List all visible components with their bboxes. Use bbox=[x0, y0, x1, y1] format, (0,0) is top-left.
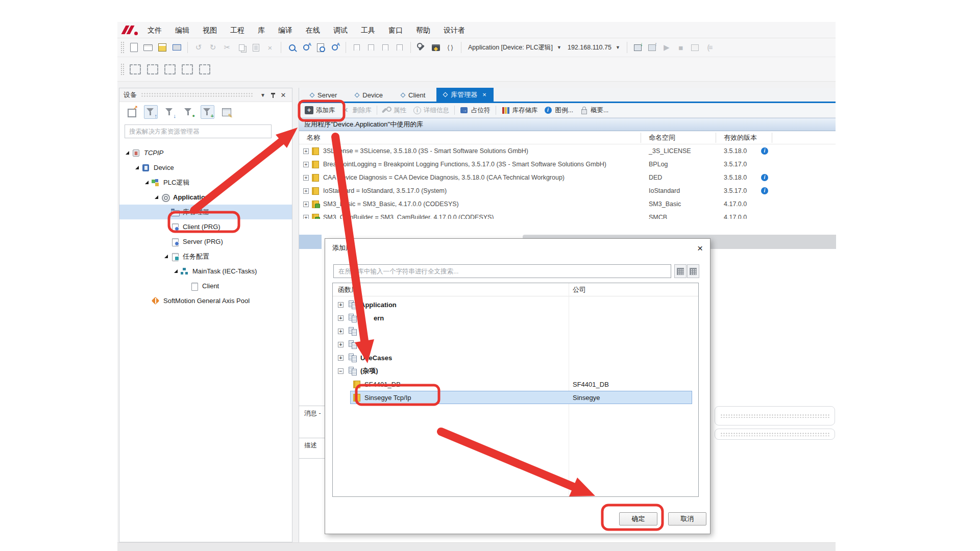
toolbar-drag-handle[interactable] bbox=[120, 63, 125, 76]
save-icon[interactable] bbox=[157, 42, 168, 53]
export-icon[interactable]: ↗ bbox=[125, 105, 139, 119]
login-icon[interactable] bbox=[632, 42, 644, 53]
menu-item-编辑[interactable]: 编辑 bbox=[168, 22, 196, 38]
info-icon[interactable]: i bbox=[761, 187, 768, 194]
close-icon[interactable]: ✕ bbox=[279, 90, 288, 99]
menu-item-在线[interactable]: 在线 bbox=[299, 22, 327, 38]
tab-Server[interactable]: Server bbox=[303, 89, 344, 102]
tree-item[interactable]: SoftMotion General Axis Pool bbox=[119, 293, 292, 308]
tab-库管理器[interactable]: 库管理器× bbox=[436, 88, 494, 102]
pin-icon[interactable] bbox=[268, 90, 278, 99]
menu-item-文件[interactable]: 文件 bbox=[141, 22, 168, 38]
menu-item-设计者[interactable]: 设计者 bbox=[437, 22, 472, 38]
expander-icon[interactable] bbox=[172, 269, 180, 273]
expand-icon[interactable] bbox=[303, 215, 309, 219]
collapsed-panel-bar[interactable] bbox=[715, 406, 835, 425]
collapsed-panel-bar[interactable] bbox=[715, 429, 835, 440]
search-in-project-icon[interactable] bbox=[315, 42, 326, 53]
图例...-button[interactable]: 图例... bbox=[544, 106, 573, 115]
expander-icon[interactable] bbox=[143, 181, 151, 184]
open-project-icon[interactable] bbox=[142, 42, 154, 53]
menu-item-帮助[interactable]: 帮助 bbox=[409, 22, 437, 38]
logout-icon[interactable] bbox=[647, 42, 658, 53]
replace-icon[interactable] bbox=[329, 42, 340, 53]
tree-item[interactable]: Device bbox=[119, 160, 292, 175]
close-icon[interactable]: × bbox=[482, 91, 486, 98]
empty-toolbar-slot-icon[interactable] bbox=[182, 64, 193, 74]
panel-drag-texture[interactable] bbox=[141, 92, 253, 97]
reset-icon[interactable] bbox=[690, 42, 701, 53]
tree-item[interactable]: TCPIP bbox=[119, 145, 292, 160]
expand-icon[interactable] bbox=[303, 188, 309, 194]
library-search-input[interactable] bbox=[333, 264, 671, 278]
breakpoint-icon[interactable]: (≡ bbox=[704, 42, 715, 53]
options-icon[interactable] bbox=[430, 42, 442, 53]
tab-Client[interactable]: Client bbox=[394, 89, 432, 102]
delete-icon[interactable]: × bbox=[264, 42, 276, 53]
library-row[interactable]: SM3_Basic = SM3_Basic, 4.17.0.0 (CODESYS… bbox=[299, 197, 836, 211]
menu-item-窗口[interactable]: 窗口 bbox=[382, 22, 409, 38]
bookmark-toggle-icon[interactable] bbox=[351, 42, 362, 53]
filter-active-icon[interactable]: ● bbox=[182, 105, 195, 119]
占位符-button[interactable]: 占位符 bbox=[460, 106, 491, 115]
expand-icon[interactable] bbox=[338, 342, 344, 347]
undo-icon[interactable]: ↺ bbox=[193, 42, 204, 53]
empty-toolbar-slot-icon[interactable] bbox=[199, 64, 210, 74]
dialog-lib-item[interactable]: Application bbox=[333, 298, 698, 311]
column-version[interactable]: 有效的版本 bbox=[716, 133, 772, 143]
expand-icon[interactable] bbox=[338, 368, 344, 374]
menu-item-工具[interactable]: 工具 bbox=[354, 22, 382, 38]
tree-item[interactable]: Client bbox=[119, 279, 292, 293]
library-row[interactable]: SM3_CamBuilder = SM3_CamBuilder, 4.17.0.… bbox=[299, 211, 836, 219]
empty-toolbar-slot-icon[interactable] bbox=[147, 64, 158, 74]
stop-icon[interactable]: ■ bbox=[675, 42, 687, 53]
search-input[interactable] bbox=[125, 124, 272, 138]
column-namespace[interactable]: 命名空间 bbox=[641, 133, 716, 143]
filter-down-icon[interactable]: ↓ bbox=[163, 105, 177, 119]
dialog-lib-item[interactable]: SF4401_DBSF4401_DB bbox=[333, 378, 698, 391]
dialog-lib-item[interactable]: Sinsegye Tcp/IpSinsegye bbox=[333, 391, 698, 404]
panel-menu-icon[interactable]: ▼ bbox=[258, 90, 267, 99]
print-icon[interactable] bbox=[171, 42, 182, 53]
info-icon[interactable]: i bbox=[761, 174, 768, 181]
cancel-button[interactable]: 取消 bbox=[668, 512, 706, 525]
expander-icon[interactable] bbox=[133, 166, 141, 169]
expander-icon[interactable] bbox=[124, 151, 131, 155]
close-icon[interactable]: × bbox=[697, 243, 703, 253]
dialog-lib-item[interactable] bbox=[333, 338, 698, 351]
dialog-lib-item[interactable]: (杂项) bbox=[333, 364, 698, 378]
tree-item[interactable]: 库管理器 bbox=[119, 205, 292, 219]
expander-icon[interactable] bbox=[162, 255, 170, 258]
menu-item-调试[interactable]: 调试 bbox=[327, 22, 354, 38]
column-library[interactable]: 函数库 bbox=[338, 285, 358, 294]
dialog-lib-item[interactable]: UseCases bbox=[333, 351, 698, 364]
dialog-lib-item[interactable] bbox=[333, 324, 698, 338]
find-icon[interactable] bbox=[286, 42, 298, 53]
view-options-icon[interactable]: ✎ bbox=[219, 105, 233, 119]
menu-item-视图[interactable]: 视图 bbox=[196, 22, 224, 38]
cut-icon[interactable]: ✂ bbox=[222, 42, 233, 53]
start-icon[interactable]: ▶ bbox=[661, 42, 672, 53]
menu-item-库[interactable]: 库 bbox=[251, 22, 272, 38]
filter-up-icon[interactable]: ↑ bbox=[144, 105, 158, 119]
tree-item[interactable]: Client (PRG) bbox=[119, 219, 292, 234]
bookmark-prev-icon[interactable] bbox=[380, 42, 391, 53]
expand-icon[interactable] bbox=[338, 355, 344, 361]
library-row[interactable]: CAA Device Diagnosis = CAA Device Diagno… bbox=[299, 171, 836, 184]
bookmark-clear-icon[interactable] bbox=[394, 42, 405, 53]
库存储库-button[interactable]: 库存储库 bbox=[501, 106, 538, 115]
添加库-button[interactable]: 添加库 bbox=[305, 106, 335, 115]
expand-icon[interactable] bbox=[338, 329, 344, 334]
tab-Device[interactable]: Device bbox=[348, 89, 390, 102]
advanced-view-toggle-icon[interactable] bbox=[674, 264, 687, 278]
list-view-toggle-icon[interactable] bbox=[687, 264, 699, 278]
删除库-button[interactable]: 删除库 bbox=[341, 106, 372, 115]
dialog-lib-item[interactable]: ern bbox=[333, 311, 698, 324]
library-row[interactable]: BreakpointLogging = Breakpoint Logging F… bbox=[299, 158, 836, 171]
bookmark-next-icon[interactable] bbox=[365, 42, 377, 53]
expand-icon[interactable] bbox=[338, 302, 344, 308]
详细信息-button[interactable]: 详细信息 bbox=[412, 106, 449, 115]
tree-item[interactable]: PLC逻辑 bbox=[119, 175, 292, 190]
tree-item[interactable]: 任务配置 bbox=[119, 249, 292, 264]
expand-icon[interactable] bbox=[338, 315, 344, 321]
